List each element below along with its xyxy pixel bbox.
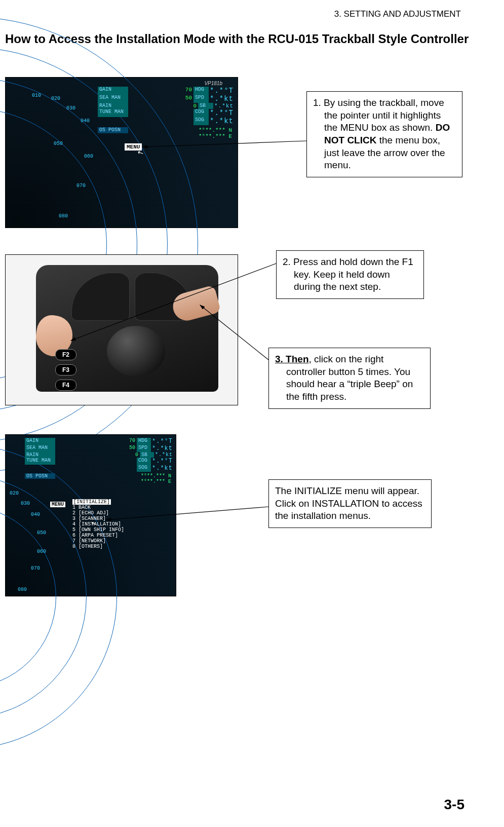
- readout-big: *.*kt: [210, 95, 234, 103]
- readout-tag: HDG: [137, 438, 151, 445]
- f3-key: F3: [55, 364, 76, 375]
- bearing-tick: 020: [10, 491, 19, 496]
- readout-label: TUNE MAN: [25, 458, 55, 465]
- readout-label: RAIN: [98, 103, 128, 109]
- readout-value: [56, 458, 137, 465]
- readout-tag: SOG: [193, 117, 209, 125]
- menu-item: 2 [ECHO ADJ]: [72, 510, 133, 516]
- readout-value: 50: [129, 95, 193, 103]
- readout-big: *.*°T: [210, 109, 234, 117]
- chapter-header: 3. SETTING AND ADJUSTMENT: [334, 9, 461, 19]
- readout-value: 0: [129, 103, 198, 109]
- bearing-tick: 050: [37, 530, 46, 536]
- menu-item: 4 [INSTALLATION]: [72, 521, 133, 527]
- trackball-ball: [107, 326, 165, 377]
- menu-item: 6 [ARPA PRESET]: [72, 533, 133, 538]
- readout-tag: HDG: [193, 87, 209, 95]
- initialize-menu-header: [INITIALIZE]: [72, 499, 111, 505]
- readout-tag: COG: [193, 109, 209, 117]
- readout-value: [129, 109, 193, 117]
- bearing-tick: 050: [54, 141, 63, 146]
- menu-item: 5 [OWN SHIP INFO]: [72, 527, 133, 533]
- readout-value: *°**.*** N: [56, 473, 173, 479]
- readout-big: *.*kt: [155, 452, 173, 458]
- menu-box: MENU: [50, 502, 65, 507]
- readout-value: 70: [129, 87, 193, 95]
- readout-label: OS POSN: [25, 473, 55, 479]
- callout-step-1: 1. By using the trackball, move the poin…: [306, 91, 462, 177]
- bearing-tick: 070: [31, 566, 40, 571]
- readout-big: *.*kt: [214, 103, 234, 109]
- radar-readout-panel: GAIN70HDG*.*°T SEA MAN50SPD*.*kt RAIN0SB…: [98, 87, 234, 139]
- f2-key: F2: [55, 349, 76, 360]
- bearing-tick: 080: [59, 213, 68, 219]
- callout-text: 1. By using the trackball, move the poin…: [313, 97, 444, 133]
- bearing-tick: 060: [84, 154, 93, 159]
- readout-label: GAIN: [25, 438, 55, 445]
- readout-label: OS POSN: [98, 127, 128, 133]
- readout-value: *°**.*** E: [129, 133, 234, 139]
- readout-value: 0: [56, 452, 140, 458]
- callout-step-3: 3. Then, click on the right controller b…: [268, 348, 431, 409]
- readout-big: *.*kt: [152, 445, 173, 452]
- bearing-tick: 060: [37, 549, 46, 554]
- readout-label: SEA MAN: [98, 95, 128, 103]
- readout-tag: SB: [140, 452, 154, 458]
- radar-readout-panel: GAIN70HDG*.*°T SEA MAN50SPD*.*kt RAIN0SB…: [25, 438, 173, 484]
- readout-value: [129, 117, 193, 125]
- callout-bold: 3. Then: [275, 354, 309, 364]
- readout-value: 50: [56, 445, 137, 452]
- menu-item: 1 BACK: [72, 505, 133, 510]
- f4-key: F4: [55, 380, 76, 391]
- readout-tag: SPD: [137, 445, 151, 452]
- readout-big: *.*°T: [152, 458, 173, 465]
- readout-big: *.*kt: [152, 465, 173, 472]
- figure-radar-menu-hover: VP181b 010 020 030 040 050 060 070 080 G…: [5, 77, 238, 228]
- initialize-menu: [INITIALIZE] 1 BACK 2 [ECHO ADJ] 3 [SCAN…: [72, 499, 133, 549]
- bearing-tick: 040: [31, 512, 40, 517]
- bearing-tick: 080: [18, 587, 27, 592]
- callout-step-2: 2. Press and hold down the F1 key. Keep …: [276, 250, 424, 299]
- readout-tag: SPD: [193, 95, 209, 103]
- figure-initialize-menu: 020 030 040 050 060 070 080 GAIN70HDG*.*…: [5, 434, 176, 596]
- readout-tag: COG: [137, 458, 151, 465]
- menu-item: 3 [SCANNER]: [72, 516, 133, 521]
- readout-value: 70: [56, 438, 137, 445]
- readout-value: *°**.*** E: [55, 479, 173, 484]
- readout-big: *.*°T: [210, 87, 234, 95]
- callout-text: The INITIALIZE menu will appear. Click o…: [275, 485, 422, 521]
- bearing-tick: 070: [76, 183, 86, 189]
- bearing-tick: 030: [66, 105, 75, 111]
- bearing-tick: 030: [21, 501, 30, 506]
- readout-value: *°**.*** N: [129, 127, 234, 133]
- readout-label: TUNE MAN: [98, 109, 128, 117]
- menu-item: 8 [OTHERS]: [72, 544, 133, 549]
- menu-item: 7 [NETWORK]: [72, 538, 133, 544]
- bearing-tick: 010: [32, 93, 41, 98]
- callout-result: The INITIALIZE menu will appear. Click o…: [268, 479, 432, 528]
- readout-big: *.*kt: [210, 117, 234, 125]
- function-key-row: F2 F3 F4: [55, 349, 76, 391]
- bearing-tick: 020: [51, 96, 60, 101]
- readout-tag: SB: [198, 103, 213, 109]
- readout-label: SEA MAN: [25, 445, 55, 452]
- monitor-model-label: VP181b: [204, 81, 222, 86]
- readout-label: RAIN: [25, 452, 55, 458]
- callout-text: 2. Press and hold down the F1 key. Keep …: [283, 256, 417, 293]
- readout-tag: SOG: [137, 465, 151, 472]
- readout-big: *.*°T: [152, 438, 173, 445]
- figure-trackball-controller: F2 F3 F4: [5, 254, 238, 405]
- page-number: 3-5: [444, 797, 464, 813]
- readout-label: GAIN: [98, 87, 128, 95]
- bearing-tick: 040: [81, 118, 90, 124]
